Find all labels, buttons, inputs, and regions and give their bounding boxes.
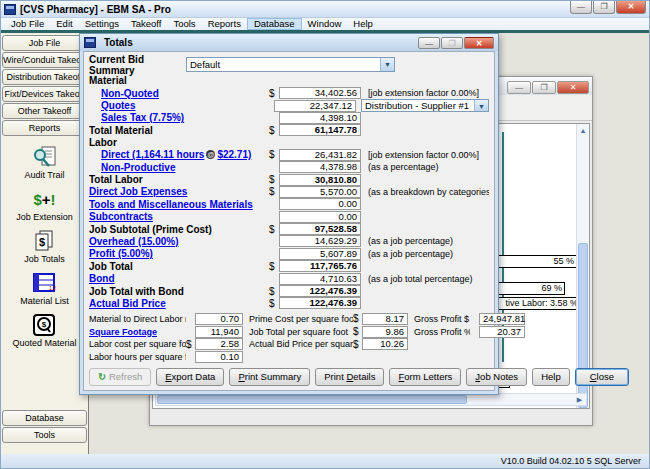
sidebar-item-job-file[interactable]: Job File xyxy=(2,35,87,51)
stat-value-field[interactable]: 0.10 xyxy=(195,351,243,363)
stat-value-field[interactable]: 9.86 xyxy=(362,326,408,338)
value-field[interactable]: 97,528.58 xyxy=(279,223,361,235)
job-notes-button[interactable]: Job Notes xyxy=(466,368,527,386)
totals-row-total-labor: Total Labor$30,810.80 xyxy=(89,173,489,185)
menu-item-reports[interactable]: Reports xyxy=(202,18,247,30)
close-icon[interactable]: ✕ xyxy=(464,37,494,49)
export-data-button[interactable]: Export Data xyxy=(156,368,224,386)
value-field[interactable]: 122,476.39 xyxy=(279,297,361,309)
stat-value-field[interactable]: 24,947.81 xyxy=(479,313,525,325)
sidebar-item-audit-trail[interactable]: Audit Trail xyxy=(24,145,64,180)
value-field[interactable]: 5,570.00 xyxy=(279,186,361,198)
maximize-icon[interactable]: ❐ xyxy=(532,81,556,94)
menu-item-database[interactable]: Database xyxy=(247,18,302,30)
stat-value-field[interactable]: 20.37 xyxy=(479,326,525,338)
form-letters-button[interactable]: Form Letters xyxy=(389,368,461,386)
scrollbar-thumb[interactable] xyxy=(157,395,467,404)
stat-label: Material to Direct Labor ratio: xyxy=(89,314,186,324)
dollar-sign: $ xyxy=(269,88,279,99)
sidebar-item-material-list[interactable]: 1.2Material List xyxy=(20,271,69,306)
row-link[interactable]: Direct (1,164.11 hours xyxy=(101,149,204,160)
stat-value-field[interactable]: 2.58 xyxy=(195,338,243,350)
row-link[interactable]: Bond xyxy=(89,273,115,284)
value-field[interactable]: 4,710.63 xyxy=(279,273,361,285)
print-details-button[interactable]: Print Details xyxy=(315,368,384,386)
row-link[interactable]: Quotes xyxy=(101,100,135,111)
value-field[interactable]: 22,347.12 xyxy=(274,100,356,112)
value-field[interactable]: 14,629.29 xyxy=(279,235,361,247)
scroll-up-icon[interactable]: ▲ xyxy=(577,124,589,137)
totals-row-non-productive: Non-Productive4,378.98(as a percentage) xyxy=(89,161,489,173)
chevron-down-icon[interactable]: ▼ xyxy=(474,100,488,111)
row-link[interactable]: Profit (5.00%) xyxy=(89,248,153,259)
menu-item-takeoff[interactable]: Takeoff xyxy=(125,18,167,30)
menu-item-tools[interactable]: Tools xyxy=(167,18,201,30)
menu-item-help[interactable]: Help xyxy=(347,18,379,30)
current-bid-summary-row: Current Bid Summary Default ▼ xyxy=(89,56,489,73)
totals-row-job-total: Job Total$117,765.76 xyxy=(89,260,489,272)
value-field[interactable]: 34,402.56 xyxy=(279,87,361,99)
stat-value-field[interactable]: 8.17 xyxy=(362,313,408,325)
sidebar-item-fixt-devices-takeoff[interactable]: Fixt/Devices Takeoff xyxy=(2,86,87,102)
supplier-dropdown[interactable]: Distribution - Supplier #1▼ xyxy=(361,99,489,112)
row-label: Non-Productive xyxy=(89,162,269,173)
row-link-suffix[interactable]: $22.71) xyxy=(217,149,251,160)
value-field[interactable]: 4,398.10 xyxy=(279,112,361,124)
row-link[interactable]: Non-Quoted xyxy=(101,88,159,99)
value-field[interactable]: 5,607.89 xyxy=(279,248,361,260)
supplier-dropdown-box[interactable]: Distribution - Supplier #1▼ xyxy=(361,99,489,112)
stat-value-field[interactable]: 11,940 xyxy=(195,326,243,338)
row-link[interactable]: Subcontracts xyxy=(89,211,153,222)
value-field[interactable]: 30,810.80 xyxy=(279,174,361,186)
value-field[interactable]: 122,476.39 xyxy=(279,285,361,297)
menu-item-settings[interactable]: Settings xyxy=(79,18,125,30)
totals-row-actual-bid-price: Actual Bid Price$122,476.39 xyxy=(89,297,489,309)
row-link[interactable]: Actual Bid Price xyxy=(89,298,166,309)
close-icon[interactable]: ✕ xyxy=(616,1,646,14)
row-note: (as a breakdown by categories) xyxy=(361,187,489,197)
value-field[interactable]: 4,378.98 xyxy=(279,161,361,173)
stat-link[interactable]: Square Footage xyxy=(89,327,186,337)
sidebar-item-quoted-material[interactable]: $Quoted Material xyxy=(12,313,76,348)
minimize-icon[interactable]: — xyxy=(418,37,440,49)
sidebar-item-other-takeoff[interactable]: Other Takeoff xyxy=(2,103,87,119)
scroll-right-icon[interactable]: ▶ xyxy=(573,394,586,405)
stat-label: Gross Profit % xyxy=(414,327,470,337)
value-field[interactable]: 61,147.78 xyxy=(279,124,361,136)
row-label-text: Job Total with Bond xyxy=(89,286,184,297)
row-link[interactable]: Non-Productive xyxy=(101,162,175,173)
sidebar-item-distribution-takeoff[interactable]: Distribution Takeoff xyxy=(2,69,87,85)
stat-value-field[interactable]: 0.70 xyxy=(195,313,243,325)
value-field[interactable]: 0.00 xyxy=(279,198,361,210)
row-link[interactable]: Tools and Miscellaneous Materials xyxy=(89,199,253,210)
stat-value-field[interactable]: 10.26 xyxy=(362,338,408,350)
minimize-icon[interactable]: — xyxy=(570,1,592,14)
sidebar-item-job-extension[interactable]: $+!Job Extension xyxy=(16,187,73,222)
sidebar-item-tools[interactable]: Tools xyxy=(2,427,87,443)
close-icon[interactable]: ✕ xyxy=(557,81,589,94)
help-button[interactable]: Help xyxy=(532,368,570,386)
minimize-icon[interactable]: — xyxy=(507,81,531,94)
bid-summary-dropdown[interactable]: Default ▼ xyxy=(186,57,395,72)
row-link[interactable]: Overhead (15.00%) xyxy=(89,236,179,247)
value-field[interactable]: 0.00 xyxy=(279,211,361,223)
menu-item-window[interactable]: Window xyxy=(302,18,348,30)
print-summary-button[interactable]: Print Summary xyxy=(229,368,310,386)
sidebar-item-reports[interactable]: Reports xyxy=(2,120,87,136)
row-link[interactable]: Direct Job Expenses xyxy=(89,186,187,197)
refresh-button: ↻Refresh xyxy=(89,368,151,386)
dialog-button-bar: ↻RefreshExport DataPrint SummaryPrint De… xyxy=(89,368,489,386)
value-field[interactable]: 26,431.82 xyxy=(279,149,361,161)
sidebar-item-job-totals[interactable]: $Job Totals xyxy=(24,229,64,264)
menu-item-job-file[interactable]: Job File xyxy=(5,18,50,30)
close-button[interactable]: Close xyxy=(575,368,629,386)
value-field[interactable]: 117,765.76 xyxy=(279,260,361,272)
sidebar-item-wire-conduit-takeoff[interactable]: Wire/Conduit Takeoff xyxy=(2,52,87,68)
sidebar-item-database[interactable]: Database xyxy=(2,410,87,426)
vertical-scrollbar[interactable]: ▲ xyxy=(576,124,589,408)
status-bar: V10.0 Build 04.02.10 5 SQL Server xyxy=(1,454,649,468)
chevron-down-icon[interactable]: ▼ xyxy=(380,58,394,71)
restore-icon[interactable]: ❐ xyxy=(593,1,615,14)
row-link[interactable]: Sales Tax (7.75%) xyxy=(101,112,184,123)
menu-item-edit[interactable]: Edit xyxy=(50,18,78,30)
